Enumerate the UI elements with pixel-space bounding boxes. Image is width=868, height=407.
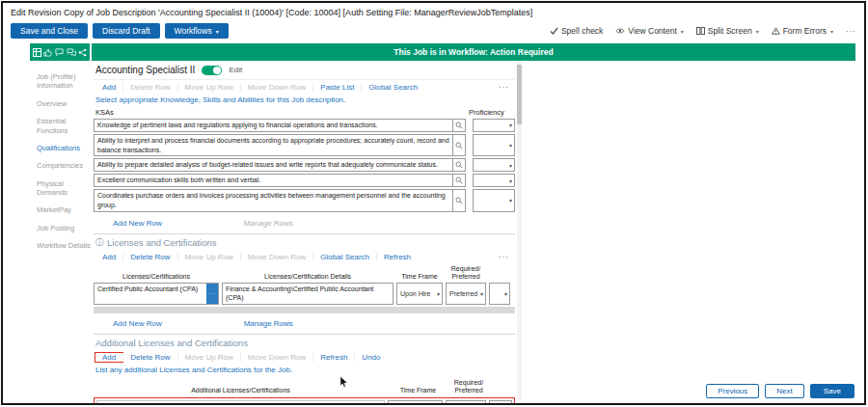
empty-row-placeholder [94,307,515,313]
ksa-add-new-row-link[interactable]: Add New Row [113,219,162,228]
thumbs-up-icon[interactable] [43,48,52,57]
additional-add-button[interactable]: Add [95,353,122,362]
required-preferred-select[interactable]: Preferred▾ [446,283,486,306]
sidebar-item-competencies[interactable]: Competencies [37,161,92,170]
proficiency-select[interactable]: ▾ [473,189,515,212]
proficiency-select[interactable]: ▾ [473,119,515,132]
lookup-search-icon[interactable] [452,190,465,211]
chevron-down-icon: ▾ [509,142,512,149]
save-button[interactable]: Save [810,384,854,398]
vertical-scrollbar[interactable] [517,61,522,400]
additional-title-text: Additional Licenses and Certifications [95,338,248,348]
licenses-global-search-button[interactable]: Global Search [312,253,376,261]
license-name-input[interactable]: Certified Public Accountant (CPA) ··· [94,283,219,306]
comment-icon[interactable] [55,48,64,57]
sidebar-item-physical-demands[interactable]: Physical Demands [37,179,92,198]
required-preferred-column-label: Required/Preferred [448,379,489,394]
discard-draft-label: Discard Draft [102,26,150,36]
license-details-text: Finance & Accounting\Certified Public Ac… [223,284,393,305]
lookup-search-icon[interactable] [452,135,465,156]
info-icon[interactable]: ⓘ [95,237,103,248]
additional-licenses-section: Additional Licenses and Certifications A… [94,334,515,405]
previous-button[interactable]: Previous [706,384,759,398]
extra-select[interactable]: ▾ [489,283,510,306]
spell-check-button[interactable]: Spell check [550,26,603,36]
more-options-icon[interactable]: ··· [846,27,856,36]
additional-undo-button[interactable]: Undo [354,353,387,362]
top-toolbar: Save and Close Discard Draft Workflows▾ … [3,20,864,43]
ksa-text-input[interactable]: Knowledge of pertinent laws and regulati… [94,119,466,132]
additional-extra-select[interactable]: ▾ [489,400,512,405]
scrollbar-thumb[interactable] [517,65,522,124]
license-details-box[interactable]: Finance & Accounting\Certified Public Ac… [222,283,393,306]
required-preferred-column-label: Required/Preferred [446,265,486,281]
chat-icon[interactable] [67,48,76,57]
ksa-text-input[interactable]: Ability to interpret and process financi… [94,134,466,157]
ksa-text-input[interactable]: Ability to prepare detailed analysis of … [94,158,466,172]
chevron-down-icon: ▾ [830,28,833,35]
sidebar-item-marketpay[interactable]: MarketPay [37,205,92,214]
licenses-column-label: Licenses/Certifications [94,273,219,281]
ksa-text-input[interactable]: Coordinates purchase orders and invoices… [94,189,466,212]
licenses-refresh-button[interactable]: Refresh [376,253,418,261]
next-button[interactable]: Next [765,384,803,398]
ksa-text-input[interactable]: Excellent communication skills both writ… [94,174,466,187]
additional-time-frame-select[interactable]: ▾ [388,400,443,405]
sidebar-item-qualifications[interactable]: Qualifications [37,144,92,152]
licenses-delete-row-button[interactable]: Delete Row [122,253,176,261]
form-errors-button[interactable]: Form Errors ▾ [772,26,833,36]
license-row: Certified Public Accountant (CPA) ··· Fi… [94,283,515,306]
toolbar-left-group: Save and Close Discard Draft Workflows▾ [11,23,229,39]
discard-draft-button[interactable]: Discard Draft [93,23,160,39]
ksa-paste-list-button[interactable]: Paste List [312,83,361,92]
proficiency-select[interactable]: ▾ [473,174,515,187]
edit-mode-toggle[interactable] [202,66,222,75]
quick-action-strip [30,43,90,61]
share-icon[interactable] [78,48,87,57]
lookup-search-icon[interactable] [452,120,465,131]
workflow-status-text: This Job is in Workflow: Action Required [393,47,553,57]
grid-icon[interactable] [33,48,41,57]
chevron-down-icon: ▾ [509,162,512,169]
workflows-button[interactable]: Workflows▾ [165,23,229,39]
sidebar-item-job-posting[interactable]: Job Posting [37,224,92,232]
chevron-down-icon: ▾ [506,403,509,405]
split-screen-button[interactable]: Split Screen ▾ [696,26,759,36]
ksas-column-label: KSAs [95,108,114,117]
licenses-manage-rows-link[interactable]: Manage Rows [244,319,293,328]
ksa-row: Ability to interpret and process financi… [94,134,515,157]
ksa-row: Ability to prepare detailed analysis of … [94,158,515,172]
additional-delete-row-button[interactable]: Delete Row [122,353,176,362]
additional-required-preferred-select[interactable]: ▾ [446,400,486,405]
ksa-global-search-button[interactable]: Global Search [361,83,424,92]
licenses-toolbar: Add Delete Row Move Up Row Move Down Row… [94,250,515,264]
ksa-instruction: Select appropriate Knowledge, Skills and… [94,95,515,108]
sidebar-item-essential-functions[interactable]: Essential Functions [37,117,92,135]
additional-license-input[interactable] [96,400,385,405]
proficiency-select[interactable]: ▾ [473,134,515,157]
time-frame-select[interactable]: Upon Hire▾ [396,283,443,306]
licenses-section-title: ⓘ Licenses and Certifications [94,235,515,250]
split-screen-icon [696,27,705,35]
licenses-section: ⓘ Licenses and Certifications Add Delete… [94,233,515,334]
sidebar-item-job-profile-information[interactable]: Job (Profile) Information [37,72,92,91]
sidebar-item-workflow-details[interactable]: Workflow Details [37,241,92,250]
chevron-down-icon: ▾ [509,122,512,128]
save-and-close-button[interactable]: Save and Close [11,23,88,39]
time-frame-value: Upon Hire [400,290,431,297]
view-content-button[interactable]: View Content ▾ [615,26,683,36]
additional-refresh-button[interactable]: Refresh [312,353,354,362]
licenses-add-button[interactable]: Add [95,253,122,261]
proficiency-select[interactable]: ▾ [473,158,515,172]
ksa-add-button[interactable]: Add [95,83,122,92]
lookup-search-icon[interactable] [452,159,465,171]
licenses-add-new-row-link[interactable]: Add New Row [113,319,162,328]
workflows-label: Workflows [175,26,212,36]
sidebar-item-overview[interactable]: Overview [37,99,92,108]
licenses-more-options-icon[interactable]: ··· [499,253,509,261]
license-lookup-button[interactable]: ··· [206,284,218,305]
additional-move-down-row-button: Move Down Row [240,353,312,362]
chevron-down-icon: ▾ [480,290,483,297]
lookup-search-icon[interactable] [452,175,465,186]
ksa-more-options-icon[interactable]: ··· [499,83,509,92]
